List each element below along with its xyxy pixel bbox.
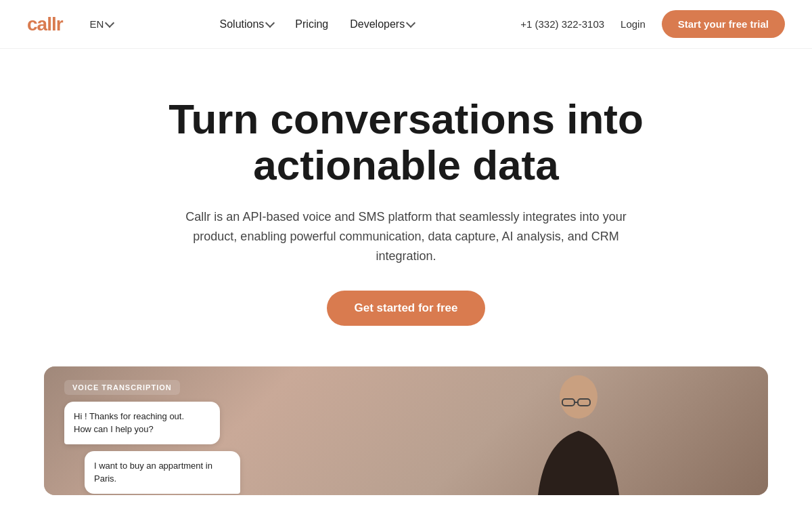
bubble2-text: I want to buy an appartment in Paris. [94,461,212,484]
svg-point-0 [560,375,597,419]
hero-headline: Turn conversations into actionable data [135,96,677,188]
hero-headline-line2: actionable data [253,142,558,188]
hero-subtitle: Callr is an API-based voice and SMS plat… [162,207,650,266]
chevron-down-icon [105,18,114,28]
chevron-down-icon [265,18,275,28]
voice-transcription-label: VOICE TRANSCRIPTION [64,380,180,395]
chevron-down-icon [406,18,415,28]
nav-pricing[interactable]: Pricing [295,18,328,30]
nav-left: callr EN [27,14,113,35]
hero-section: Turn conversations into actionable data … [0,49,812,353]
hero-headline-line1: Turn conversations into [168,96,644,142]
phone-number: +1 (332) 322-3103 [520,18,604,30]
get-started-button[interactable]: Get started for free [327,291,484,326]
demo-section: VOICE TRANSCRIPTION Hi ! Thanks for reac… [44,366,768,495]
nav-right: +1 (332) 322-3103 Login Start your free … [520,10,785,38]
nav-links: Solutions Pricing Developers [220,18,415,30]
login-link[interactable]: Login [621,18,646,30]
bubble1-text: Hi ! Thanks for reaching out.How can I h… [74,411,184,435]
chat-bubble-1: Hi ! Thanks for reaching out.How can I h… [64,402,220,444]
logo-text: callr [27,14,63,35]
chat-bubble-2: I want to buy an appartment in Paris. [85,451,240,494]
lang-label: EN [90,18,104,30]
chat-overlay: VOICE TRANSCRIPTION Hi ! Thanks for reac… [64,380,254,495]
logo[interactable]: callr [27,14,63,35]
navbar: callr EN Solutions Pricing Developers +1… [0,0,812,49]
person-image [524,366,633,495]
language-selector[interactable]: EN [90,18,114,30]
start-trial-button[interactable]: Start your free trial [662,10,785,38]
nav-solutions[interactable]: Solutions [220,18,274,30]
nav-developers[interactable]: Developers [350,18,414,30]
